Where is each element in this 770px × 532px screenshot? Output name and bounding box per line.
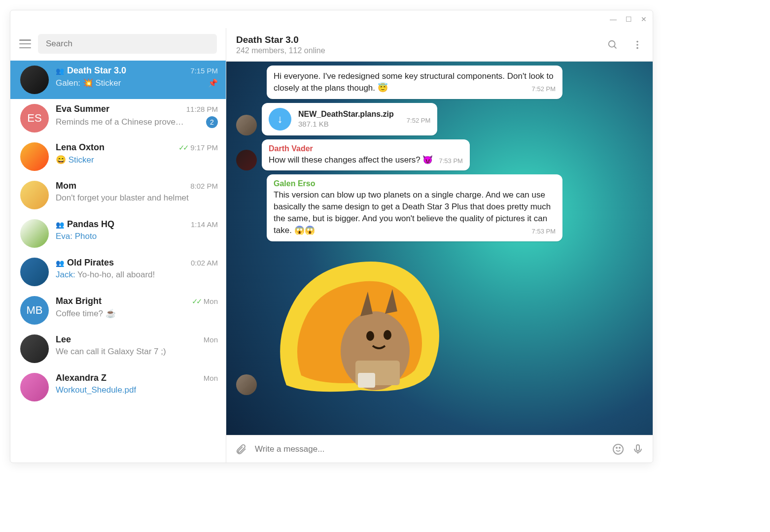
chat-name: Lee	[56, 334, 71, 345]
chat-preview: 😄 Sticker	[56, 155, 94, 165]
chat-list-item[interactable]: MBMax Bright✓✓MonCoffee time? ☕	[10, 291, 226, 330]
chat-avatar: MB	[20, 296, 49, 325]
chat-name: Eva Summer	[56, 104, 109, 114]
chat-time: 1:14 AM	[191, 220, 218, 229]
pin-icon: 📌	[208, 78, 218, 88]
message-bubble[interactable]: ↓NEW_DeathStar.plans.zip387.1 KB7:52 PM	[262, 103, 437, 135]
menu-button[interactable]	[19, 39, 31, 48]
message-row: Hi everyone. I've redesigned some key st…	[236, 66, 643, 99]
message-time: 7:52 PM	[407, 117, 430, 124]
group-icon: 👥	[56, 67, 64, 75]
chat-preview: Workout_Shedule.pdf	[56, 385, 136, 395]
chat-list-item[interactable]: 👥Pandas HQ1:14 AMEva: Photo	[10, 214, 226, 253]
chat-time: 8:02 PM	[190, 182, 218, 191]
chat-time: Mon	[204, 335, 218, 344]
chat-preview: Coffee time? ☕	[56, 308, 116, 319]
chat-list-item[interactable]: Alexandra ZMonWorkout_Shedule.pdf	[10, 368, 226, 406]
group-icon: 👥	[56, 221, 64, 229]
chat-time: 11:28 PM	[186, 105, 218, 114]
message-row	[236, 247, 643, 395]
message-row: Darth VaderHow will these changes affect…	[236, 139, 643, 171]
chat-avatar	[20, 373, 49, 401]
messages-area[interactable]: Hi everyone. I've redesigned some key st…	[226, 62, 653, 435]
svg-point-12	[619, 447, 620, 448]
attach-icon[interactable]	[235, 443, 247, 455]
chat-avatar	[20, 258, 49, 286]
chat-header: Death Star 3.0 242 members, 112 online	[226, 28, 653, 62]
chat-list-item[interactable]: LeeMonWe can call it Galaxy Star 7 ;)	[10, 330, 226, 368]
message-avatar	[236, 374, 257, 395]
window-maximize-button[interactable]: ☐	[626, 15, 632, 23]
svg-point-6	[366, 331, 374, 341]
chat-preview: Eva: Photo	[56, 232, 97, 241]
message-time: 7:53 PM	[532, 228, 556, 235]
chat-preview: Don't forget your blaster and helmet	[56, 193, 189, 203]
chat-avatar	[20, 181, 49, 209]
svg-point-7	[384, 330, 391, 340]
chat-panel: Death Star 3.0 242 members, 112 online H…	[226, 28, 653, 463]
chat-list: 👥Death Star 3.07:15 PMGalen: 💥 Sticker📌E…	[10, 61, 226, 463]
chat-preview: Reminds me of a Chinese prove…	[56, 117, 184, 127]
sticker[interactable]	[262, 247, 454, 395]
chat-title: Death Star 3.0	[236, 34, 325, 45]
chat-name: 👥Old Pirates	[56, 258, 114, 268]
file-size: 387.1 KB	[298, 120, 394, 128]
chat-avatar	[20, 219, 49, 248]
titlebar: — ☐ ✕	[10, 10, 653, 28]
message-time: 7:52 PM	[532, 85, 556, 93]
download-icon[interactable]: ↓	[269, 108, 291, 131]
message-row: Galen ErsoThis version can blow up two p…	[236, 174, 643, 241]
message-avatar	[236, 150, 257, 170]
message-row: ↓NEW_DeathStar.plans.zip387.1 KB7:52 PM	[236, 103, 643, 135]
svg-rect-13	[636, 445, 639, 451]
chat-list-item[interactable]: 👥Old Pirates0:02 AMJack: Yo-ho-ho, all a…	[10, 253, 226, 291]
window-close-button[interactable]: ✕	[641, 15, 647, 23]
message-text: This version can blow up two planets on …	[274, 190, 551, 234]
chat-list-item[interactable]: ESEva Summer11:28 PMReminds me of a Chin…	[10, 99, 226, 137]
emoji-icon[interactable]	[612, 443, 624, 455]
more-icon[interactable]	[632, 39, 643, 50]
svg-point-3	[636, 44, 638, 46]
svg-point-2	[636, 40, 638, 42]
group-icon: 👥	[56, 259, 64, 267]
sidebar-top	[10, 28, 226, 61]
window-minimize-button[interactable]: —	[610, 15, 617, 23]
message-time: 7:53 PM	[439, 157, 462, 165]
message-bubble[interactable]: Hi everyone. I've redesigned some key st…	[267, 66, 562, 99]
chat-avatar: ES	[20, 104, 49, 133]
read-checks-icon: ✓✓	[192, 297, 201, 305]
search-icon[interactable]	[607, 39, 618, 50]
chat-avatar	[20, 142, 49, 171]
composer	[226, 435, 653, 463]
chat-time: 7:15 PM	[190, 66, 218, 75]
svg-point-10	[613, 444, 623, 454]
message-bubble[interactable]: Darth VaderHow will these changes affect…	[262, 139, 470, 171]
chat-list-item[interactable]: Mom8:02 PMDon't forget your blaster and …	[10, 176, 226, 214]
message-input[interactable]	[255, 444, 604, 454]
chat-subtitle: 242 members, 112 online	[236, 46, 325, 55]
svg-point-4	[636, 47, 638, 49]
unread-badge: 2	[206, 116, 218, 128]
search-box[interactable]	[38, 34, 217, 54]
message-sender: Galen Erso	[274, 179, 556, 188]
message-sender: Darth Vader	[269, 144, 463, 153]
message-avatar	[236, 115, 257, 135]
chat-list-item[interactable]: 👥Death Star 3.07:15 PMGalen: 💥 Sticker📌	[10, 61, 226, 99]
chat-time: ✓✓Mon	[192, 297, 218, 306]
message-bubble[interactable]: Galen ErsoThis version can blow up two p…	[267, 174, 562, 241]
chat-name: 👥Pandas HQ	[56, 219, 114, 230]
app-window: — ☐ ✕ 👥Death Star 3.07:15 PMGalen: 💥 Sti…	[10, 10, 653, 463]
svg-point-0	[609, 40, 615, 47]
chat-list-item[interactable]: Lena Oxton✓✓9:17 PM😄 Sticker	[10, 137, 226, 176]
svg-line-1	[614, 46, 617, 48]
app-body: 👥Death Star 3.07:15 PMGalen: 💥 Sticker📌E…	[10, 28, 653, 463]
read-checks-icon: ✓✓	[178, 143, 187, 152]
chat-name: 👥Death Star 3.0	[56, 66, 126, 76]
chat-name: Alexandra Z	[56, 373, 106, 383]
search-input[interactable]	[46, 39, 209, 49]
chat-preview: Jack: Yo-ho-ho, all aboard!	[56, 270, 155, 280]
message-text: Hi everyone. I've redesigned some key st…	[274, 71, 554, 93]
chat-name: Lena Oxton	[56, 142, 105, 153]
chat-avatar	[20, 66, 49, 94]
voice-icon[interactable]	[632, 443, 644, 455]
